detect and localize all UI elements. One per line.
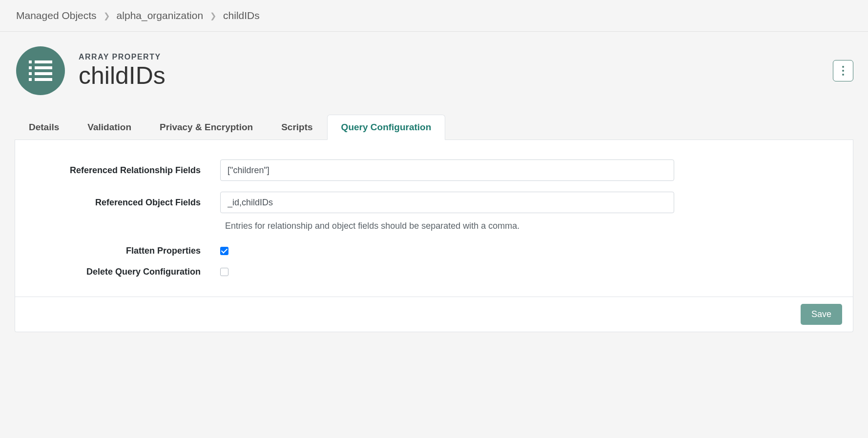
label-delete-query-configuration: Delete Query Configuration (54, 267, 220, 277)
tab-validation[interactable]: Validation (73, 115, 145, 139)
label-referenced-object-fields: Referenced Object Fields (54, 198, 220, 208)
page-subtitle: ARRAY PROPERTY (79, 53, 165, 61)
page-title: childIDs (79, 62, 165, 89)
breadcrumb-link-alpha-organization[interactable]: alpha_organization (117, 10, 203, 21)
help-text: Entries for relationship and object fiel… (220, 221, 674, 231)
tab-details[interactable]: Details (15, 115, 73, 139)
breadcrumb-current: childIDs (223, 10, 260, 21)
chevron-right-icon: ❯ (103, 11, 110, 20)
tab-scripts[interactable]: Scripts (267, 115, 327, 139)
label-flatten-properties: Flatten Properties (54, 246, 220, 256)
input-referenced-object-fields[interactable] (220, 192, 674, 213)
input-referenced-relationship-fields[interactable] (220, 159, 674, 181)
array-property-icon (16, 46, 65, 95)
label-referenced-relationship-fields: Referenced Relationship Fields (54, 165, 220, 176)
page-header: ARRAY PROPERTY childIDs (15, 46, 853, 95)
more-actions-button[interactable] (833, 60, 853, 81)
tab-privacy-encryption[interactable]: Privacy & Encryption (145, 115, 267, 139)
tab-panel: Referenced Relationship Fields Reference… (15, 140, 853, 332)
breadcrumb-link-managed-objects[interactable]: Managed Objects (16, 10, 97, 21)
chevron-right-icon: ❯ (210, 11, 216, 20)
checkbox-flatten-properties[interactable] (220, 247, 228, 255)
tab-query-configuration[interactable]: Query Configuration (327, 115, 446, 140)
checkbox-delete-query-configuration[interactable] (220, 268, 228, 276)
tabs: Details Validation Privacy & Encryption … (15, 115, 853, 140)
breadcrumb: Managed Objects ❯ alpha_organization ❯ c… (0, 0, 868, 32)
dots-vertical-icon (842, 66, 844, 68)
save-button[interactable]: Save (801, 304, 842, 325)
